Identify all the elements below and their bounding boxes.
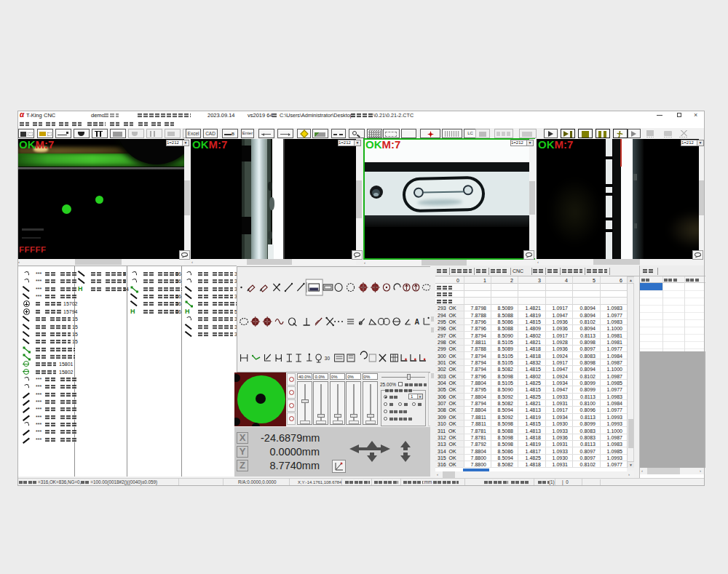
svg-text:A: A	[414, 318, 419, 326]
svg-text:30: 30	[325, 356, 330, 361]
